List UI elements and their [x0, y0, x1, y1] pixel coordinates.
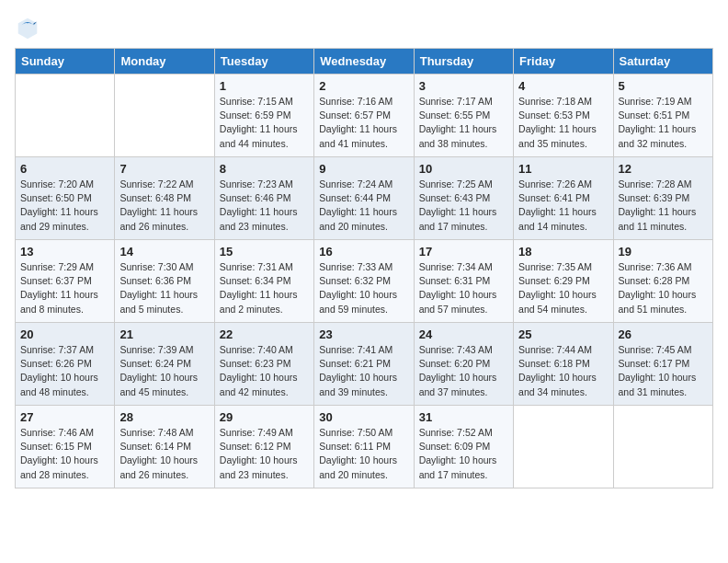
calendar-cell: 28Sunrise: 7:48 AMSunset: 6:14 PMDayligh… — [115, 406, 214, 488]
calendar-cell — [514, 406, 613, 488]
cell-content: Sunrise: 7:19 AMSunset: 6:51 PMDaylight:… — [619, 95, 708, 151]
cell-content: Sunrise: 7:17 AMSunset: 6:55 PMDaylight:… — [419, 95, 508, 151]
calendar-week-row: 13Sunrise: 7:29 AMSunset: 6:37 PMDayligh… — [16, 240, 713, 323]
cell-content: Sunrise: 7:30 AMSunset: 6:36 PMDaylight:… — [119, 260, 209, 316]
day-number: 27 — [20, 410, 109, 424]
cell-content: Sunrise: 7:50 AMSunset: 6:11 PMDaylight:… — [319, 426, 408, 482]
day-number: 16 — [319, 245, 408, 259]
day-number: 24 — [419, 327, 508, 341]
day-number: 11 — [518, 162, 608, 176]
day-header-friday: Friday — [514, 49, 613, 75]
cell-content: Sunrise: 7:49 AMSunset: 6:12 PMDaylight:… — [220, 426, 309, 482]
day-number: 15 — [220, 245, 309, 259]
day-header-tuesday: Tuesday — [214, 49, 313, 75]
cell-content: Sunrise: 7:25 AMSunset: 6:43 PMDaylight:… — [419, 178, 508, 234]
day-number: 12 — [619, 162, 708, 176]
day-header-thursday: Thursday — [414, 49, 513, 75]
day-number: 14 — [119, 245, 209, 259]
calendar-week-row: 20Sunrise: 7:37 AMSunset: 6:26 PMDayligh… — [16, 323, 713, 406]
day-number: 9 — [319, 162, 408, 176]
day-number: 29 — [220, 410, 309, 424]
day-number: 7 — [119, 162, 209, 176]
cell-content: Sunrise: 7:46 AMSunset: 6:15 PMDaylight:… — [20, 426, 109, 482]
day-number: 3 — [419, 79, 508, 93]
cell-content: Sunrise: 7:36 AMSunset: 6:28 PMDaylight:… — [619, 260, 708, 316]
day-number: 21 — [119, 327, 209, 341]
calendar-cell: 20Sunrise: 7:37 AMSunset: 6:26 PMDayligh… — [16, 323, 115, 406]
calendar-cell: 4Sunrise: 7:18 AMSunset: 6:53 PMDaylight… — [514, 75, 613, 157]
cell-content: Sunrise: 7:52 AMSunset: 6:09 PMDaylight:… — [419, 426, 508, 482]
day-number: 25 — [518, 327, 608, 341]
calendar-cell: 8Sunrise: 7:23 AMSunset: 6:46 PMDaylight… — [214, 157, 313, 240]
cell-content: Sunrise: 7:35 AMSunset: 6:29 PMDaylight:… — [518, 260, 608, 316]
cell-content: Sunrise: 7:31 AMSunset: 6:34 PMDaylight:… — [220, 260, 309, 316]
cell-content: Sunrise: 7:23 AMSunset: 6:46 PMDaylight:… — [220, 178, 309, 234]
calendar-cell: 3Sunrise: 7:17 AMSunset: 6:55 PMDaylight… — [414, 75, 513, 157]
cell-content: Sunrise: 7:16 AMSunset: 6:57 PMDaylight:… — [319, 95, 408, 151]
calendar-cell: 24Sunrise: 7:43 AMSunset: 6:20 PMDayligh… — [414, 323, 513, 406]
day-header-monday: Monday — [115, 49, 214, 75]
calendar-cell: 6Sunrise: 7:20 AMSunset: 6:50 PMDaylight… — [16, 157, 115, 240]
calendar-cell: 16Sunrise: 7:33 AMSunset: 6:32 PMDayligh… — [314, 240, 414, 323]
calendar-cell: 11Sunrise: 7:26 AMSunset: 6:41 PMDayligh… — [514, 157, 613, 240]
logo[interactable] — [15, 15, 44, 40]
cell-content: Sunrise: 7:24 AMSunset: 6:44 PMDaylight:… — [319, 178, 408, 234]
calendar-cell: 23Sunrise: 7:41 AMSunset: 6:21 PMDayligh… — [314, 323, 414, 406]
cell-content: Sunrise: 7:39 AMSunset: 6:24 PMDaylight:… — [119, 343, 209, 399]
calendar-cell: 19Sunrise: 7:36 AMSunset: 6:28 PMDayligh… — [613, 240, 712, 323]
calendar-cell: 29Sunrise: 7:49 AMSunset: 6:12 PMDayligh… — [214, 406, 313, 488]
calendar-cell: 9Sunrise: 7:24 AMSunset: 6:44 PMDaylight… — [314, 157, 414, 240]
calendar-cell: 31Sunrise: 7:52 AMSunset: 6:09 PMDayligh… — [414, 406, 513, 488]
day-header-saturday: Saturday — [613, 49, 712, 75]
calendar-week-row: 27Sunrise: 7:46 AMSunset: 6:15 PMDayligh… — [16, 406, 713, 488]
calendar-cell: 21Sunrise: 7:39 AMSunset: 6:24 PMDayligh… — [115, 323, 214, 406]
calendar-cell — [16, 75, 115, 157]
calendar-cell: 30Sunrise: 7:50 AMSunset: 6:11 PMDayligh… — [314, 406, 414, 488]
day-number: 8 — [220, 162, 309, 176]
day-number: 4 — [518, 79, 608, 93]
day-number: 10 — [419, 162, 508, 176]
cell-content: Sunrise: 7:37 AMSunset: 6:26 PMDaylight:… — [20, 343, 109, 399]
cell-content: Sunrise: 7:48 AMSunset: 6:14 PMDaylight:… — [119, 426, 209, 482]
day-number: 17 — [419, 245, 508, 259]
day-number: 23 — [319, 327, 408, 341]
cell-content: Sunrise: 7:22 AMSunset: 6:48 PMDaylight:… — [119, 178, 209, 234]
cell-content: Sunrise: 7:44 AMSunset: 6:18 PMDaylight:… — [518, 343, 608, 399]
calendar-cell: 5Sunrise: 7:19 AMSunset: 6:51 PMDaylight… — [613, 75, 712, 157]
calendar-cell: 22Sunrise: 7:40 AMSunset: 6:23 PMDayligh… — [214, 323, 313, 406]
calendar-cell — [115, 75, 214, 157]
calendar-cell: 1Sunrise: 7:15 AMSunset: 6:59 PMDaylight… — [214, 75, 313, 157]
calendar-cell — [613, 406, 712, 488]
day-number: 30 — [319, 410, 408, 424]
cell-content: Sunrise: 7:28 AMSunset: 6:39 PMDaylight:… — [619, 178, 708, 234]
cell-content: Sunrise: 7:40 AMSunset: 6:23 PMDaylight:… — [220, 343, 309, 399]
cell-content: Sunrise: 7:34 AMSunset: 6:31 PMDaylight:… — [419, 260, 508, 316]
calendar-cell: 10Sunrise: 7:25 AMSunset: 6:43 PMDayligh… — [414, 157, 513, 240]
day-number: 28 — [119, 410, 209, 424]
day-number: 19 — [619, 245, 708, 259]
calendar-cell: 26Sunrise: 7:45 AMSunset: 6:17 PMDayligh… — [613, 323, 712, 406]
cell-content: Sunrise: 7:26 AMSunset: 6:41 PMDaylight:… — [518, 178, 608, 234]
cell-content: Sunrise: 7:41 AMSunset: 6:21 PMDaylight:… — [319, 343, 408, 399]
day-header-sunday: Sunday — [16, 49, 115, 75]
cell-content: Sunrise: 7:29 AMSunset: 6:37 PMDaylight:… — [20, 260, 109, 316]
day-number: 31 — [419, 410, 508, 424]
calendar-cell: 14Sunrise: 7:30 AMSunset: 6:36 PMDayligh… — [115, 240, 214, 323]
day-number: 22 — [220, 327, 309, 341]
calendar-table: SundayMondayTuesdayWednesdayThursdayFrid… — [15, 48, 713, 488]
calendar-week-row: 6Sunrise: 7:20 AMSunset: 6:50 PMDaylight… — [16, 157, 713, 240]
calendar-header-row: SundayMondayTuesdayWednesdayThursdayFrid… — [16, 49, 713, 75]
calendar-cell: 27Sunrise: 7:46 AMSunset: 6:15 PMDayligh… — [16, 406, 115, 488]
page-header — [15, 15, 713, 40]
day-number: 26 — [619, 327, 708, 341]
day-number: 1 — [220, 79, 309, 93]
cell-content: Sunrise: 7:33 AMSunset: 6:32 PMDaylight:… — [319, 260, 408, 316]
cell-content: Sunrise: 7:18 AMSunset: 6:53 PMDaylight:… — [518, 95, 608, 151]
day-number: 13 — [20, 245, 109, 259]
calendar-cell: 7Sunrise: 7:22 AMSunset: 6:48 PMDaylight… — [115, 157, 214, 240]
calendar-cell: 17Sunrise: 7:34 AMSunset: 6:31 PMDayligh… — [414, 240, 513, 323]
day-number: 2 — [319, 79, 408, 93]
cell-content: Sunrise: 7:20 AMSunset: 6:50 PMDaylight:… — [20, 178, 109, 234]
day-header-wednesday: Wednesday — [314, 49, 414, 75]
cell-content: Sunrise: 7:43 AMSunset: 6:20 PMDaylight:… — [419, 343, 508, 399]
